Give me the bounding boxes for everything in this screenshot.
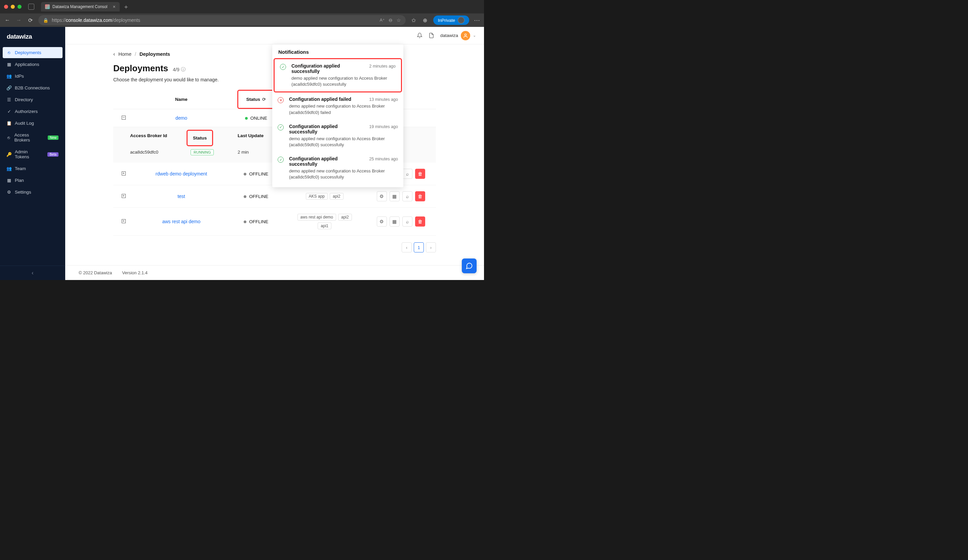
sidebar-item-deployments[interactable]: ⎋Deployments: [3, 47, 63, 58]
nav-icon: ⚙: [7, 190, 12, 195]
delete-icon[interactable]: 🗑: [415, 191, 425, 201]
collapse-icon[interactable]: [122, 116, 126, 120]
url-text: https://console.datawiza.com/deployments: [52, 18, 376, 23]
qr-icon[interactable]: ▦: [390, 217, 399, 227]
notification-time: 25 minutes ago: [370, 157, 398, 161]
status-dot: [244, 173, 246, 176]
sidebar-item-label: IdPs: [15, 74, 24, 79]
refresh-icon[interactable]: ⟳: [27, 17, 34, 23]
user-menu[interactable]: datawiza ⌄: [440, 31, 476, 40]
deployment-name-link[interactable]: test: [177, 194, 185, 199]
minimize-window[interactable]: [11, 5, 15, 9]
page-prev[interactable]: ‹: [402, 242, 412, 252]
notification-desc: demo applied new configuration to Access…: [289, 103, 398, 115]
sidebar-item-applications[interactable]: ▦Applications: [3, 59, 63, 70]
app-pill[interactable]: api1: [318, 222, 332, 229]
notification-item[interactable]: ✓Configuration applied successfully2 min…: [273, 58, 402, 93]
expand-icon[interactable]: [122, 171, 126, 176]
collections-icon[interactable]: ⊕: [422, 17, 429, 23]
notification-item[interactable]: ✓Configuration applied successfully19 mi…: [272, 120, 403, 152]
forward-icon[interactable]: →: [15, 17, 22, 23]
close-window[interactable]: [4, 5, 8, 9]
app-pill[interactable]: aws rest api demo: [297, 214, 336, 220]
deployment-name-link[interactable]: aws rest api demo: [162, 219, 201, 224]
reader-icon[interactable]: A⁺: [380, 18, 385, 23]
favorite-icon[interactable]: ☆: [396, 18, 401, 23]
sidebar-item-authorizers[interactable]: ✓Authorizers: [3, 106, 63, 117]
breadcrumb-home[interactable]: Home: [118, 51, 131, 57]
table-row: testOFFLINEAKS appapi2⚙▦⌕🗑: [113, 185, 436, 208]
logo-text: datawiza: [7, 33, 32, 40]
sidebar-toggle-icon[interactable]: [28, 4, 34, 10]
chat-fab[interactable]: [462, 258, 477, 273]
app-pill[interactable]: AKS app: [306, 193, 328, 200]
expand-icon[interactable]: [122, 194, 126, 198]
back-icon[interactable]: ←: [4, 17, 11, 23]
status-text: OFFLINE: [249, 219, 268, 224]
footer-version: Version 2.1.4: [122, 270, 148, 275]
gear-icon[interactable]: ⚙: [377, 191, 387, 201]
profile-avatar-icon: [458, 17, 464, 23]
sidebar-item-b2b-connections[interactable]: 🔗B2B Connections: [3, 82, 63, 93]
tab-favicon: [45, 4, 50, 9]
zoom-icon[interactable]: ⊖: [389, 18, 393, 23]
nav-icon: ▦: [7, 178, 12, 183]
breadcrumb-back-icon[interactable]: ‹: [113, 51, 115, 57]
gear-icon[interactable]: ⚙: [377, 217, 387, 227]
breadcrumb-current: Deployments: [139, 51, 170, 57]
sidebar-item-settings[interactable]: ⚙Settings: [3, 187, 63, 198]
logo: datawiza: [0, 27, 65, 47]
sidebar-collapse[interactable]: ‹: [0, 265, 65, 280]
maximize-window[interactable]: [18, 5, 22, 9]
expand-icon[interactable]: [122, 219, 126, 223]
search-icon[interactable]: ⌕: [402, 169, 413, 179]
sidebar-item-label: Authorizers: [15, 109, 38, 114]
qr-icon[interactable]: ▦: [390, 191, 399, 201]
search-icon[interactable]: ⌕: [402, 191, 413, 201]
broker-id: aca8dc59dfc0: [130, 149, 191, 155]
info-icon[interactable]: ⓘ: [181, 66, 186, 73]
notification-title: Configuration applied successfully: [292, 63, 366, 74]
menu-icon[interactable]: ⋯: [474, 17, 480, 24]
close-tab-icon[interactable]: ×: [113, 4, 115, 10]
nav-icon: ☰: [7, 98, 12, 102]
sidebar-item-access-brokers[interactable]: ⎋Access BrokersNew: [3, 129, 63, 146]
new-tab-button[interactable]: ＋: [123, 3, 129, 11]
nav-icon: 📋: [7, 121, 12, 126]
main-area: datawiza ⌄ ‹ Home / Deployments Deployme…: [65, 27, 484, 280]
page-next[interactable]: ›: [426, 242, 436, 252]
page-number[interactable]: 1: [414, 242, 424, 252]
browser-tab[interactable]: Datawiza Management Consol ×: [41, 2, 120, 12]
x-circle-icon: ✕: [278, 97, 283, 103]
sidebar-item-plan[interactable]: ▦Plan: [3, 175, 63, 186]
delete-icon[interactable]: 🗑: [415, 169, 425, 179]
sidebar-item-team[interactable]: 👥Team: [3, 163, 63, 174]
deployment-name-link[interactable]: demo: [176, 115, 187, 121]
nav-icon: ✓: [7, 109, 12, 114]
nav-icon: ⎋: [7, 135, 11, 140]
deployment-name-link[interactable]: rdweb demo deployment: [156, 171, 207, 176]
delete-icon[interactable]: 🗑: [415, 217, 425, 227]
sidebar-item-label: Deployments: [15, 50, 41, 55]
notification-item[interactable]: ✓Configuration applied successfully25 mi…: [272, 152, 403, 184]
search-icon[interactable]: ⌕: [402, 217, 413, 227]
app-pills: AKS appapi2: [296, 193, 353, 200]
docs-icon[interactable]: [429, 33, 434, 38]
app-pill[interactable]: api2: [330, 193, 343, 200]
browser-titlebar: Datawiza Management Consol × ＋: [0, 0, 484, 13]
address-bar[interactable]: 🔒 https://console.datawiza.com/deploymen…: [38, 15, 406, 25]
notification-item[interactable]: ✕Configuration applied failed13 minutes …: [272, 93, 403, 119]
inprivate-badge[interactable]: InPrivate: [433, 15, 469, 25]
footer-copyright: © 2022 Datawiza: [79, 270, 112, 275]
favorites-bar-icon[interactable]: ✩: [410, 17, 417, 23]
sidebar-item-idps[interactable]: 👥IdPs: [3, 71, 63, 82]
sidebar-item-directory[interactable]: ☰Directory: [3, 94, 63, 105]
sidebar-item-audit-log[interactable]: 📋Audit Log: [3, 118, 63, 129]
sidebar-item-label: Team: [15, 166, 26, 171]
bell-icon[interactable]: [417, 33, 423, 38]
refresh-status-icon[interactable]: ⟳: [262, 97, 266, 102]
app-pill[interactable]: api2: [338, 214, 352, 220]
check-circle-icon: ✓: [278, 124, 283, 131]
lock-icon: 🔒: [43, 18, 48, 23]
sidebar-item-admin-tokens[interactable]: 🔑Admin TokensBeta: [3, 146, 63, 162]
